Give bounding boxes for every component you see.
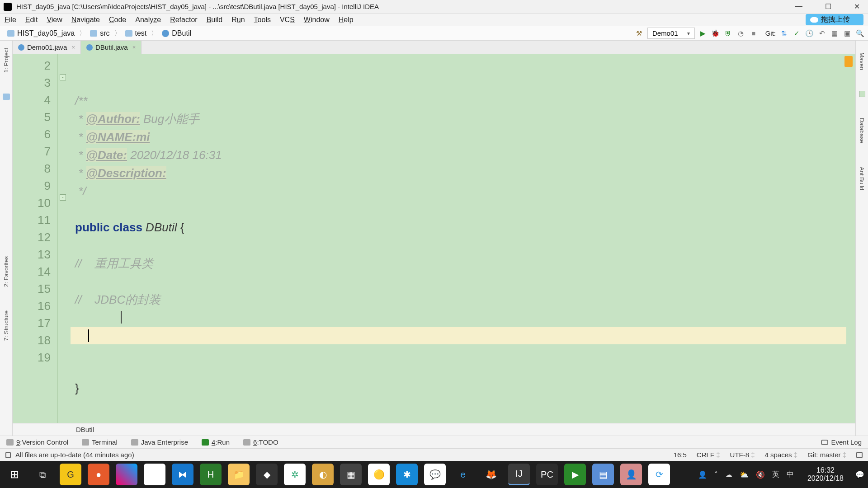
minimize-button[interactable]: — (791, 2, 807, 11)
menu-refactor[interactable]: Refactor (170, 16, 197, 24)
menu-run[interactable]: Run (231, 16, 245, 24)
tray-weather-icon[interactable]: ⛅ (740, 470, 749, 479)
lock-icon[interactable] (5, 452, 11, 458)
taskbar-intellij[interactable]: IJ (508, 464, 530, 485)
taskbar-vscode[interactable]: ⧓ (172, 464, 193, 485)
menu-help[interactable]: Help (339, 16, 354, 24)
maximize-button[interactable]: ☐ (821, 2, 836, 11)
tray-ime2-icon[interactable]: 中 (787, 470, 794, 479)
ide-split-icon[interactable]: ▣ (843, 29, 852, 38)
taskbar-app-11[interactable]: ▶ (564, 464, 586, 485)
menu-analyze[interactable]: Analyze (135, 16, 161, 24)
tool-antbuild[interactable]: Ant Build (859, 164, 865, 193)
event-log-button[interactable]: Event Log (821, 438, 862, 446)
menu-edit[interactable]: Edit (25, 16, 38, 24)
folder-small-icon[interactable] (3, 94, 10, 100)
taskbar-edge[interactable]: e (452, 464, 474, 485)
run-config-selector[interactable]: Demo01 ▾ (647, 28, 695, 39)
git-commit-icon[interactable]: ✓ (792, 29, 801, 38)
indent-setting[interactable]: 4 spaces ‡ (765, 451, 798, 459)
taskbar-app-6[interactable]: ✲ (284, 464, 306, 485)
taskbar-app-13[interactable]: 👤 (620, 464, 642, 485)
taskbar-app-8[interactable]: ▦ (340, 464, 362, 485)
code-content[interactable]: /** * @Author: Bug小能手 * @NAME:mi * @Date… (71, 54, 855, 423)
taskbar-app-10[interactable]: ✱ (396, 464, 418, 485)
taskbar-app-1[interactable]: G (60, 464, 81, 485)
taskbar-pycharm[interactable]: PC (536, 464, 558, 485)
taskbar-app-14[interactable]: ⟳ (648, 464, 670, 485)
tray-ime-icon[interactable]: 英 (772, 470, 779, 479)
menu-tools[interactable]: Tools (254, 16, 271, 24)
stop-button[interactable]: ■ (749, 29, 758, 38)
git-update-icon[interactable]: ⇅ (779, 29, 788, 38)
tray-notifications-icon[interactable]: 💬 (855, 470, 864, 479)
breadcrumb-src[interactable]: src (86, 29, 113, 38)
tool-vcs[interactable]: 9: Version Control (6, 438, 68, 446)
git-branch[interactable]: Git: master ‡ (807, 451, 846, 459)
fold-column[interactable]: - - (58, 54, 71, 423)
close-tab-icon[interactable]: × (71, 44, 75, 51)
readonly-toggle-icon[interactable] (856, 452, 863, 458)
taskbar-explorer[interactable]: 📁 (228, 464, 250, 485)
tool-structure[interactable]: 7: Structure (3, 308, 9, 343)
caret-position[interactable]: 16:5 (674, 451, 687, 459)
task-view-icon[interactable]: ⧉ (32, 464, 53, 485)
fold-toggle-icon[interactable]: - (60, 74, 66, 80)
breadcrumb-class[interactable]: DButil (158, 29, 195, 38)
menu-build[interactable]: Build (207, 16, 223, 24)
menu-navigate[interactable]: Navigate (71, 16, 100, 24)
taskbar-wechat[interactable]: 💬 (424, 464, 446, 485)
tray-volume-icon[interactable]: 🔇 (756, 470, 765, 479)
run-button[interactable]: ▶ (698, 29, 708, 38)
tray-people-icon[interactable]: 👤 (698, 470, 707, 479)
taskbar-chrome[interactable]: ◉ (144, 464, 165, 485)
tab-dbutil[interactable]: DButil.java× (81, 41, 142, 54)
tray-cloud-icon[interactable]: ☁ (725, 470, 732, 479)
tab-demo01[interactable]: Demo01.java× (13, 41, 81, 54)
menu-vcs[interactable]: VCS (280, 16, 295, 24)
taskbar-app-2[interactable]: ● (88, 464, 109, 485)
breadcrumb-project[interactable]: HIST_day05_java (4, 29, 78, 38)
git-revert-icon[interactable]: ↶ (817, 29, 826, 38)
system-tray[interactable]: 👤 ˄ ☁ ⛅ 🔇 英 中 16:32 2020/12/18 💬 (698, 466, 864, 483)
code-editor[interactable]: 2345678910111213141516171819 - - /** * @… (13, 54, 855, 423)
preview-thumbnail[interactable] (859, 91, 865, 97)
taskbar-app-5[interactable]: ◆ (256, 464, 278, 485)
file-encoding[interactable]: UTF-8 ‡ (730, 451, 755, 459)
tray-up-icon[interactable]: ˄ (714, 470, 718, 479)
taskbar-firefox[interactable]: 🦊 (480, 464, 502, 485)
tool-maven[interactable]: Maven (859, 50, 865, 73)
git-history-icon[interactable]: 🕓 (805, 29, 814, 38)
cloud-upload-badge[interactable]: 拖拽上传 (806, 14, 863, 25)
editor-breadcrumb[interactable]: DButil (13, 423, 855, 436)
close-tab-icon[interactable]: × (132, 44, 136, 51)
taskbar-app-9[interactable]: 🟡 (368, 464, 390, 485)
ide-settings-icon[interactable]: ▦ (830, 29, 839, 38)
breadcrumb-test[interactable]: test (122, 29, 151, 38)
menu-file[interactable]: File (5, 16, 16, 24)
tool-database[interactable]: Database (859, 115, 865, 146)
profile-button[interactable]: ◔ (736, 29, 745, 38)
build-icon[interactable]: ⚒ (635, 29, 644, 38)
menu-window[interactable]: Window (304, 16, 330, 24)
taskbar-app-4[interactable]: H (200, 464, 222, 485)
tray-clock[interactable]: 16:32 2020/12/18 (807, 466, 844, 483)
debug-button[interactable]: 🐞 (711, 29, 720, 38)
close-button[interactable]: ✕ (849, 2, 864, 11)
taskbar-app-12[interactable]: ▤ (592, 464, 614, 485)
tool-java-enterprise[interactable]: Java Enterprise (131, 438, 188, 446)
start-button[interactable]: ⊞ (4, 464, 25, 485)
search-icon[interactable]: 🔍 (855, 29, 864, 38)
tool-favorites[interactable]: 2: Favorites (3, 253, 9, 290)
tool-todo[interactable]: 6: TODO (243, 438, 278, 446)
taskbar-app-3[interactable] (116, 464, 137, 485)
tool-terminal[interactable]: Terminal (82, 438, 118, 446)
menu-code[interactable]: Code (109, 16, 126, 24)
tool-project[interactable]: 1: Project (3, 45, 9, 75)
menu-view[interactable]: View (47, 16, 62, 24)
fold-toggle-icon[interactable]: - (60, 194, 66, 201)
taskbar-app-7[interactable]: ◐ (312, 464, 334, 485)
coverage-button[interactable]: ⛨ (724, 29, 733, 38)
tool-run[interactable]: 4: Run (202, 438, 230, 446)
line-separator[interactable]: CRLF ‡ (697, 451, 720, 459)
